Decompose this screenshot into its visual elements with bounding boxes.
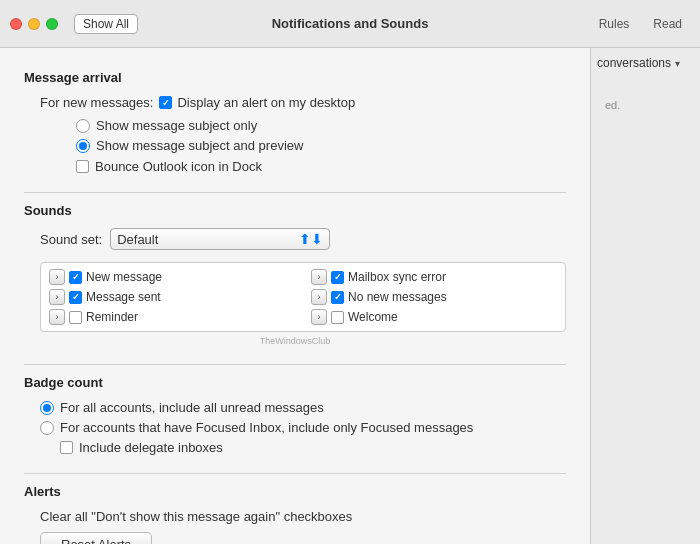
show-all-button[interactable]: Show All: [74, 14, 138, 34]
sound-row-message-sent: › Message sent: [49, 289, 295, 305]
delegate-checkbox[interactable]: [60, 441, 73, 454]
divider-2: [24, 364, 566, 365]
badge-count-header: Badge count: [24, 375, 566, 390]
badge-label-2: For accounts that have Focused Inbox, in…: [60, 420, 473, 435]
sound-checkbox-new-message[interactable]: [69, 271, 82, 284]
conversations-label: conversations: [597, 56, 671, 70]
display-alert-checkbox[interactable]: [159, 96, 172, 109]
message-arrival-section: Message arrival For new messages: Displa…: [24, 70, 566, 174]
read-tab[interactable]: Read: [645, 13, 690, 35]
sound-label-new-message: New message: [86, 270, 162, 284]
sound-checkbox-no-new-messages[interactable]: [331, 291, 344, 304]
sound-row-welcome: › Welcome: [311, 309, 557, 325]
alerts-description: Clear all "Don't show this message again…: [40, 509, 566, 524]
divider-1: [24, 192, 566, 193]
badge-radio-2[interactable]: [40, 421, 54, 435]
display-alert-checkbox-item: Display an alert on my desktop: [159, 95, 355, 110]
for-new-messages-row: For new messages: Display an alert on my…: [40, 95, 566, 110]
minimize-button[interactable]: [28, 18, 40, 30]
for-new-messages-label: For new messages:: [40, 95, 153, 110]
sound-row-mailbox-sync: › Mailbox sync error: [311, 269, 557, 285]
settings-panel: Message arrival For new messages: Displa…: [0, 48, 590, 544]
select-arrow-icon: ⬆⬇: [299, 231, 323, 247]
sound-label-reminder: Reminder: [86, 310, 138, 324]
alerts-section: Alerts Clear all "Don't show this messag…: [24, 484, 566, 544]
sound-label-mailbox-sync: Mailbox sync error: [348, 270, 446, 284]
watermark: TheWindowsClub: [24, 336, 566, 346]
badge-label-1: For all accounts, include all unread mes…: [60, 400, 324, 415]
badge-row-3: Include delegate inboxes: [60, 440, 566, 455]
sound-expand-message-sent[interactable]: ›: [49, 289, 65, 305]
sidebar-content: ed.: [597, 90, 694, 120]
bounce-label: Bounce Outlook icon in Dock: [95, 159, 262, 174]
reset-alerts-button[interactable]: Reset Alerts: [40, 532, 152, 544]
sound-expand-welcome[interactable]: ›: [311, 309, 327, 325]
radio-subject-only-row: Show message subject only: [76, 118, 566, 133]
radio-subject-preview-row: Show message subject and preview: [76, 138, 566, 153]
sound-expand-no-new-messages[interactable]: ›: [311, 289, 327, 305]
sound-label-message-sent: Message sent: [86, 290, 161, 304]
radio-options: Show message subject only Show message s…: [76, 118, 566, 153]
badge-count-section: Badge count For all accounts, include al…: [24, 375, 566, 455]
fullscreen-button[interactable]: [46, 18, 58, 30]
sound-label-no-new-messages: No new messages: [348, 290, 447, 304]
message-arrival-header: Message arrival: [24, 70, 566, 85]
window-title: Notifications and Sounds: [272, 16, 429, 31]
bounce-checkbox[interactable]: [76, 160, 89, 173]
sidebar-toolbar: conversations ▾: [597, 56, 694, 70]
right-sidebar: conversations ▾ ed.: [590, 48, 700, 544]
radio-subject-only-label: Show message subject only: [96, 118, 257, 133]
main-area: Message arrival For new messages: Displa…: [0, 48, 700, 544]
sound-expand-mailbox-sync[interactable]: ›: [311, 269, 327, 285]
divider-3: [24, 473, 566, 474]
sound-row-reminder: › Reminder: [49, 309, 295, 325]
sound-checkbox-reminder[interactable]: [69, 311, 82, 324]
sound-checkbox-message-sent[interactable]: [69, 291, 82, 304]
rules-tab[interactable]: Rules: [591, 13, 638, 35]
radio-subject-preview[interactable]: [76, 139, 90, 153]
badge-row-1: For all accounts, include all unread mes…: [40, 400, 566, 415]
sound-checkbox-mailbox-sync[interactable]: [331, 271, 344, 284]
traffic-lights: [10, 18, 58, 30]
badge-radio-1[interactable]: [40, 401, 54, 415]
edited-text: ed.: [605, 99, 620, 111]
sound-checkbox-welcome[interactable]: [331, 311, 344, 324]
sound-set-row: Sound set: Default ⬆⬇: [40, 228, 566, 250]
sound-expand-reminder[interactable]: ›: [49, 309, 65, 325]
radio-subject-only[interactable]: [76, 119, 90, 133]
sound-label-welcome: Welcome: [348, 310, 398, 324]
title-bar: Show All Notifications and Sounds Rules …: [0, 0, 700, 48]
sound-row-no-new-messages: › No new messages: [311, 289, 557, 305]
bounce-row: Bounce Outlook icon in Dock: [76, 159, 566, 174]
display-alert-label: Display an alert on my desktop: [177, 95, 355, 110]
toolbar-right: Rules Read: [591, 0, 700, 48]
sound-row-new-message: › New message: [49, 269, 295, 285]
close-button[interactable]: [10, 18, 22, 30]
sound-set-label: Sound set:: [40, 232, 102, 247]
sounds-header: Sounds: [24, 203, 566, 218]
badge-row-2: For accounts that have Focused Inbox, in…: [40, 420, 566, 435]
sound-set-value: Default: [117, 232, 158, 247]
sound-set-select[interactable]: Default ⬆⬇: [110, 228, 330, 250]
chevron-down-icon[interactable]: ▾: [675, 58, 680, 69]
badge-options: For all accounts, include all unread mes…: [40, 400, 566, 455]
radio-subject-preview-label: Show message subject and preview: [96, 138, 303, 153]
delegate-label: Include delegate inboxes: [79, 440, 223, 455]
sound-expand-new-message[interactable]: ›: [49, 269, 65, 285]
sounds-section: Sounds Sound set: Default ⬆⬇ › New messa…: [24, 203, 566, 346]
sounds-grid: › New message › Mailbox sync error › Mes…: [40, 262, 566, 332]
alerts-header: Alerts: [24, 484, 566, 499]
